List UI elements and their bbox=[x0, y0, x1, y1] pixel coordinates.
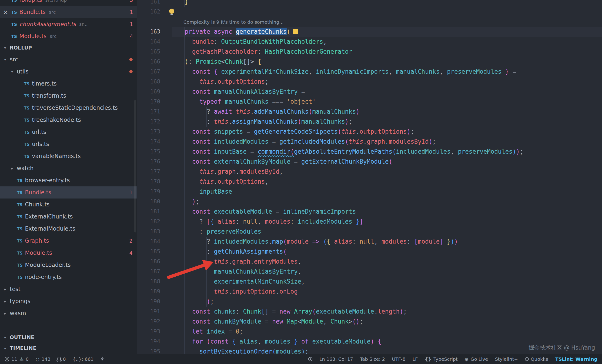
tree-folder-wasm[interactable]: ▸wasm bbox=[0, 307, 137, 319]
tree-folder-watch[interactable]: ▸watch bbox=[0, 162, 137, 174]
line-number[interactable]: 194 bbox=[137, 337, 172, 347]
stylelint[interactable]: Stylelint+ bbox=[495, 356, 518, 362]
tree-folder-test[interactable]: ▸test bbox=[0, 283, 137, 295]
line-number[interactable]: 178 bbox=[137, 177, 172, 187]
line-number[interactable]: 164 bbox=[137, 37, 172, 47]
go-live[interactable]: ◉ Go Live bbox=[464, 356, 488, 362]
sidebar-scrollbar[interactable] bbox=[134, 100, 136, 232]
tree-file-graph-ts[interactable]: TSGraph.ts2 bbox=[0, 235, 137, 247]
line-number[interactable]: 171 bbox=[137, 107, 172, 117]
close-icon[interactable]: × bbox=[2, 9, 9, 16]
counter-indicator[interactable]: ○ 143 bbox=[36, 356, 51, 362]
code-line-189[interactable]: 189 this.inputOptions.onLog bbox=[137, 287, 602, 297]
code-line-162[interactable]: 162 bbox=[137, 7, 602, 17]
line-number[interactable]: 173 bbox=[137, 127, 172, 137]
line-number[interactable]: 185 bbox=[137, 247, 172, 257]
tree-file-treeshakenode-ts[interactable]: TStreeshakeNode.ts bbox=[0, 114, 137, 126]
lightbulb-icon[interactable] bbox=[169, 9, 174, 14]
code-line-175[interactable]: 175 const inputBase = commondir(getAbsol… bbox=[137, 147, 602, 157]
tslint-status[interactable]: TSLint: Warning bbox=[555, 356, 597, 362]
code-line-172[interactable]: 172 : this.assignManualChunks(manualChun… bbox=[137, 117, 602, 127]
editor-pane[interactable]: 161 }162Complexity is 9 It's time to do … bbox=[137, 0, 602, 354]
open-editor-item-chunkassignment-ts[interactable]: TSchunkAssignment.tssr...1 bbox=[0, 18, 137, 30]
tree-file-bundle-ts[interactable]: TSBundle.ts1 bbox=[0, 187, 137, 198]
code-line-180[interactable]: 180 ); bbox=[137, 197, 602, 207]
line-number[interactable]: 161 bbox=[137, 0, 172, 7]
code-line-163[interactable]: 163 private async generateChunks( bbox=[137, 27, 602, 37]
line-number[interactable]: 162 bbox=[137, 7, 172, 17]
problems-indicator[interactable]: × 11 ⚠ 0 bbox=[5, 356, 29, 362]
code-line-169[interactable]: 169 const manualChunkAliasByEntry = bbox=[137, 87, 602, 97]
tree-file-module-ts[interactable]: TSModule.ts4 bbox=[0, 247, 137, 259]
encoding[interactable]: UTF-8 bbox=[392, 356, 405, 362]
code-line-179[interactable]: 179 inputBase bbox=[137, 187, 602, 197]
code-line-173[interactable]: 173 const snippets = getGenerateCodeSnip… bbox=[137, 127, 602, 137]
code-line-174[interactable]: 174 const includedModules = getIncludedM… bbox=[137, 137, 602, 147]
code-line-192[interactable]: 192 const chunkByModule = new Map<Module… bbox=[137, 317, 602, 327]
tree-folder-utils[interactable]: ▾utils bbox=[0, 65, 137, 78]
line-number[interactable]: 177 bbox=[137, 167, 172, 177]
tree-file-traversestaticdependencies-ts[interactable]: TStraverseStaticDependencies.ts bbox=[0, 102, 137, 114]
code-line-177[interactable]: 177 this.graph.modulesById, bbox=[137, 167, 602, 177]
open-editor-item-module-ts[interactable]: TSModule.tssrc4 bbox=[0, 30, 137, 42]
code-line-168[interactable]: 168 this.outputOptions; bbox=[137, 77, 602, 87]
line-number[interactable]: 189 bbox=[137, 287, 172, 297]
code-line-165[interactable]: 165 getHashPlaceholder: HashPlaceholderG… bbox=[137, 47, 602, 57]
line-number[interactable]: 184 bbox=[137, 237, 172, 247]
tree-file-externalchunk-ts[interactable]: TSExternalChunk.ts bbox=[0, 211, 137, 223]
code-line-181[interactable]: 181 const executableModule = inlineDynam… bbox=[137, 207, 602, 217]
line-number[interactable]: 181 bbox=[137, 207, 172, 217]
tree-folder-typings[interactable]: ▸typings bbox=[0, 295, 137, 307]
codelens-text[interactable]: Complexity is 9 It's time to do somethin… bbox=[183, 19, 284, 25]
eol[interactable]: LF bbox=[412, 356, 418, 362]
code-line-170[interactable]: 170 typeof manualChunks === 'object' bbox=[137, 97, 602, 107]
complexity-marker[interactable] bbox=[293, 29, 298, 34]
line-number[interactable]: 176 bbox=[137, 157, 172, 167]
tree-file-url-ts[interactable]: TSurl.ts bbox=[0, 126, 137, 138]
code-line-185[interactable]: 185 : getChunkAssignments( bbox=[137, 247, 602, 257]
line-number[interactable]: 188 bbox=[137, 277, 172, 287]
line-number[interactable]: 180 bbox=[137, 197, 172, 207]
code-line-166[interactable]: 166 ): Promise<Chunk[]> { bbox=[137, 57, 602, 67]
open-editor-item-rollup-ts[interactable]: TSrollup.tssrc/rollup3 bbox=[0, 0, 137, 6]
code-line-161[interactable]: 161 } bbox=[137, 0, 602, 7]
line-number[interactable] bbox=[137, 17, 172, 27]
tree-file-transform-ts[interactable]: TStransform.ts bbox=[0, 90, 137, 102]
code-line-186[interactable]: 186 this.graph.entryModules, bbox=[137, 257, 602, 267]
code-line-188[interactable]: 188 experimentalMinChunkSize, bbox=[137, 277, 602, 287]
code-line-182[interactable]: 182 ? [{ alias: null, modules: includedM… bbox=[137, 217, 602, 227]
mic-indicator[interactable]: 0 bbox=[57, 356, 66, 362]
code-line-184[interactable]: 184 ? includedModules.map(module => ({ a… bbox=[137, 237, 602, 247]
cursor-position[interactable]: Ln 163, Col 17 bbox=[319, 356, 353, 362]
code-line-187[interactable]: 187 manualChunkAliasByEntry, bbox=[137, 267, 602, 277]
tree-file-browser-entry-ts[interactable]: TSbrowser-entry.ts bbox=[0, 174, 137, 187]
tree-file-timers-ts[interactable]: TStimers.ts bbox=[0, 78, 137, 90]
section-header-timeline[interactable]: ▾ TIMELINE bbox=[0, 343, 137, 354]
code-line-178[interactable]: 178 this.outputOptions, bbox=[137, 177, 602, 187]
bolt-indicator[interactable] bbox=[100, 357, 104, 362]
code-line-183[interactable]: 183 : preserveModules bbox=[137, 227, 602, 237]
line-number[interactable]: 182 bbox=[137, 217, 172, 227]
line-number[interactable]: 186 bbox=[137, 257, 172, 267]
line-number[interactable]: 195 bbox=[137, 347, 172, 354]
codelens-line[interactable]: Complexity is 9 It's time to do somethin… bbox=[137, 17, 602, 27]
code-line-191[interactable]: 191 const chunks: Chunk[] = new Array(ex… bbox=[137, 307, 602, 317]
section-header-rollup[interactable]: ▾ ROLLUP bbox=[0, 42, 137, 53]
line-number[interactable]: 168 bbox=[137, 77, 172, 87]
line-number[interactable]: 170 bbox=[137, 97, 172, 107]
line-number[interactable]: 163 bbox=[137, 27, 172, 37]
line-number[interactable]: 166 bbox=[137, 57, 172, 67]
code-line-171[interactable]: 171 ? await this.addManualChunks(manualC… bbox=[137, 107, 602, 117]
tree-file-node-entry-ts[interactable]: TSnode-entry.ts bbox=[0, 271, 137, 283]
tree-file-moduleloader-ts[interactable]: TSModuleLoader.ts bbox=[0, 259, 137, 271]
tree-folder-src[interactable]: ▾src bbox=[0, 53, 137, 65]
section-header-outline[interactable]: ▾ OUTLINE bbox=[0, 332, 137, 343]
code-line-167[interactable]: 167 const { experimentalMinChunkSize, in… bbox=[137, 67, 602, 77]
tree-file-variablenames-ts[interactable]: TSvariableNames.ts bbox=[0, 150, 137, 162]
tree-file-externalmodule-ts[interactable]: TSExternalModule.ts bbox=[0, 223, 137, 235]
code-line-164[interactable]: 164 bundle: OutputBundleWithPlaceholders… bbox=[137, 37, 602, 47]
line-number[interactable]: 187 bbox=[137, 267, 172, 277]
code-line-190[interactable]: 190 ); bbox=[137, 297, 602, 307]
language-mode[interactable]: {} TypeScript bbox=[425, 356, 458, 362]
line-number[interactable]: 192 bbox=[137, 317, 172, 327]
